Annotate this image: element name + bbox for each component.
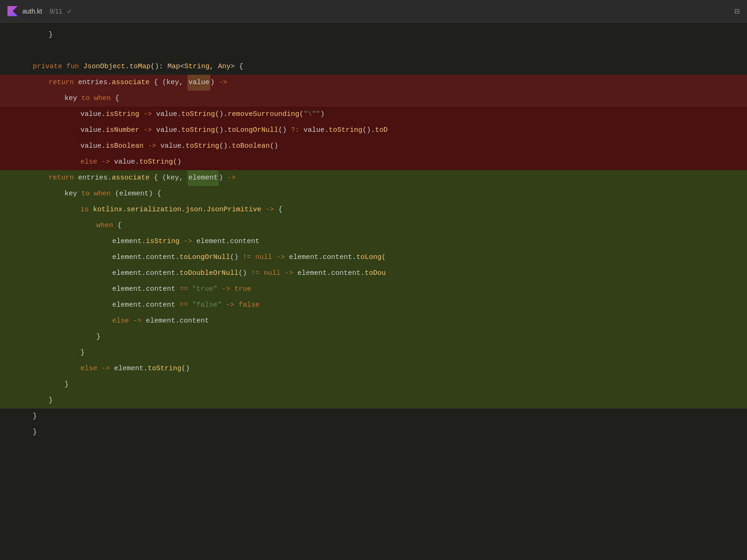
code-line: } (0, 409, 747, 424)
code-line-removed: return entries.associate { (key, value) … (0, 75, 747, 91)
code-line-added: } (0, 377, 747, 393)
code-line-added: else -> element.toString() (0, 361, 747, 377)
code-line-added: } (0, 393, 747, 409)
code-line: private fun JsonObject.toMap(): Map<Stri… (0, 59, 747, 75)
checkmark-icon: ✓ (67, 7, 72, 15)
code-line-removed: value.isBoolean -> value.toString().toBo… (0, 138, 747, 154)
title-bar: auth.kt 9/11 ✓ ⊟ (0, 0, 747, 22)
code-line-added: } (0, 329, 747, 345)
code-line: } (0, 424, 747, 440)
code-line-added: element.content == "true" -> true (0, 281, 747, 297)
code-line: } (0, 27, 747, 43)
code-line-empty (0, 43, 747, 59)
counter: 9/11 (50, 7, 62, 15)
code-line-removed: key to when { (0, 91, 747, 107)
code-line-removed: value.isString -> value.toString().remov… (0, 107, 747, 122)
reader-mode-icon[interactable]: ⊟ (734, 6, 740, 16)
code-line-added: key to when (element) { (0, 186, 747, 202)
code-line-removed: value.isNumber -> value.toString().toLon… (0, 122, 747, 138)
code-line-removed: else -> value.toString() (0, 154, 747, 170)
code-line-added: element.content.toLongOrNull() != null -… (0, 250, 747, 266)
kotlin-icon (7, 6, 18, 16)
code-line-added: when { (0, 218, 747, 234)
filename: auth.kt (22, 7, 42, 15)
title-left: auth.kt 9/11 ✓ (7, 6, 72, 16)
code-line-added: return entries.associate { (key, element… (0, 170, 747, 186)
code-line-added: } (0, 345, 747, 361)
code-line-added: element.content.toDoubleOrNull() != null… (0, 266, 747, 281)
code-line-added: is kotlinx.serialization.json.JsonPrimit… (0, 202, 747, 218)
code-line-added: element.isString -> element.content (0, 234, 747, 250)
code-line-added: element.content == "false" -> false (0, 297, 747, 313)
editor-area: } private fun JsonObject.toMap(): Map<St… (0, 22, 747, 560)
code-line-added: else -> element.content (0, 313, 747, 329)
